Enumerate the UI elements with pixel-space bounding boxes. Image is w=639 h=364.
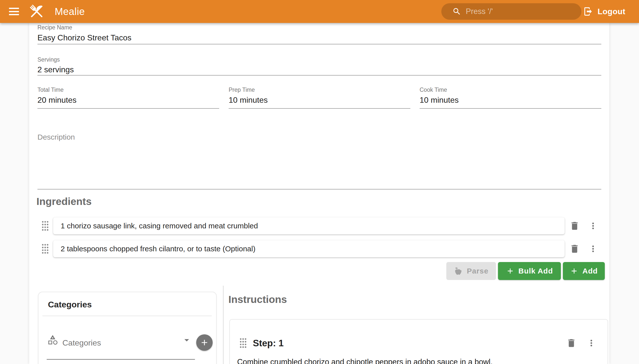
description-textarea[interactable]	[38, 143, 601, 187]
drag-handle-icon[interactable]	[42, 243, 49, 254]
drag-handle-icon[interactable]	[42, 220, 49, 231]
mealie-fork-knife-logo-icon	[28, 3, 46, 20]
ingredient-card	[53, 240, 565, 257]
servings-input[interactable]	[38, 64, 601, 75]
description-underline	[38, 189, 601, 190]
hamburger-menu-icon[interactable]	[9, 8, 20, 15]
delete-step-button[interactable]	[562, 334, 580, 352]
instruction-step-card: Step: 1 Combine crumbled chorizo and chi…	[229, 319, 608, 364]
total-time-input[interactable]	[38, 94, 219, 106]
categories-card: Categories Categories	[38, 292, 217, 364]
cook-time-label: Cook Time	[419, 86, 447, 93]
total-time-label: Total Time	[38, 86, 64, 93]
delete-ingredient-button[interactable]	[566, 218, 584, 234]
categories-select[interactable]: Categories	[62, 338, 101, 348]
drag-handle-icon[interactable]	[239, 338, 247, 348]
bulk-add-button[interactable]: Bulk Add	[498, 262, 561, 280]
recipe-editor-page: Mealie Logout Recipe Name Servings Total…	[0, 0, 639, 364]
ingredient-row	[38, 218, 601, 234]
cook-time-underline	[419, 108, 601, 109]
add-button[interactable]: Add	[563, 262, 605, 280]
ingredient-row	[38, 240, 601, 257]
search-box[interactable]	[441, 3, 581, 20]
cook-time-input[interactable]	[419, 94, 601, 106]
plus-icon	[570, 267, 578, 275]
ingredient-card	[53, 218, 565, 234]
prep-time-input[interactable]	[229, 94, 410, 106]
ingredient-input[interactable]	[60, 222, 558, 230]
step-text-input[interactable]: Combine crumbled chorizo and chipotle pe…	[237, 356, 596, 364]
recipe-name-label: Recipe Name	[38, 24, 72, 31]
ingredient-input[interactable]	[60, 244, 558, 253]
trash-icon	[566, 338, 577, 348]
total-time-underline	[38, 108, 219, 109]
recipe-name-underline	[38, 44, 601, 44]
ingredients-heading: Ingredients	[37, 196, 92, 208]
app-bar: Mealie Logout	[0, 0, 639, 23]
trash-icon	[569, 244, 580, 254]
apple-icon	[454, 266, 463, 276]
search-icon	[452, 7, 461, 16]
kebab-menu-icon	[588, 221, 598, 231]
add-label: Add	[582, 267, 597, 275]
chevron-down-icon[interactable]	[181, 334, 192, 346]
parse-label: Parse	[467, 267, 489, 275]
step-menu-button[interactable]	[582, 334, 600, 352]
logout-icon	[583, 6, 593, 16]
prep-time-underline	[229, 108, 410, 109]
categories-select-underline	[47, 359, 195, 360]
parse-button[interactable]: Parse	[446, 262, 496, 280]
description-label: Description	[38, 133, 75, 141]
search-input[interactable]	[465, 7, 574, 16]
categories-title: Categories	[48, 300, 92, 310]
servings-underline	[38, 75, 601, 76]
app-title: Mealie	[55, 0, 85, 23]
recipe-name-input[interactable]	[38, 32, 601, 44]
kebab-menu-icon	[588, 244, 598, 254]
logout-label: Logout	[597, 7, 625, 16]
ingredient-menu-button[interactable]	[584, 240, 602, 257]
shapes-category-icon	[47, 334, 58, 346]
trash-icon	[569, 221, 580, 231]
prep-time-label: Prep Time	[229, 86, 255, 93]
plus-icon	[506, 267, 514, 275]
step-title: Step: 1	[253, 338, 284, 348]
column-divider	[223, 286, 224, 364]
logout-button[interactable]: Logout	[583, 0, 625, 23]
kebab-menu-icon	[586, 338, 596, 348]
add-category-button[interactable]	[196, 334, 213, 351]
ingredient-menu-button[interactable]	[584, 218, 602, 234]
divider	[43, 316, 212, 316]
instructions-heading: Instructions	[228, 294, 287, 306]
bulk-add-label: Bulk Add	[518, 267, 553, 275]
plus-icon	[200, 338, 209, 347]
delete-ingredient-button[interactable]	[566, 240, 584, 257]
servings-label: Servings	[38, 56, 60, 63]
